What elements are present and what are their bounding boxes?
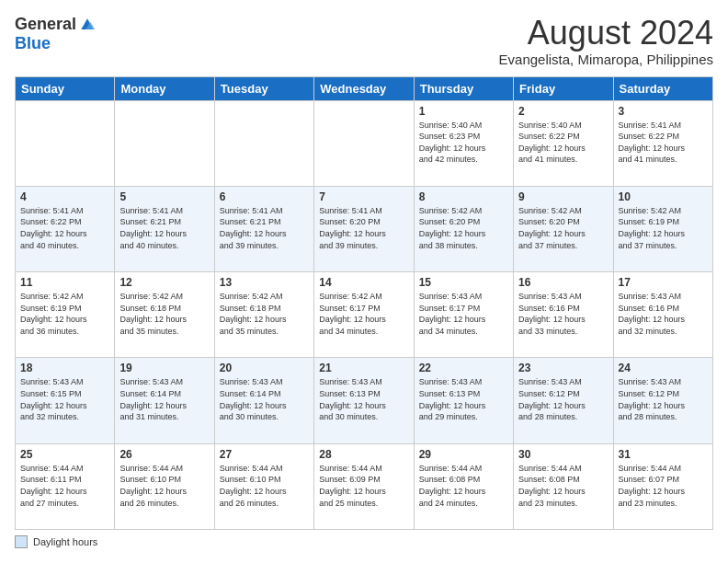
calendar-week-row: 25Sunrise: 5:44 AM Sunset: 6:11 PM Dayli… (16, 443, 713, 529)
header: General Blue August 2024 Evangelista, Mi… (15, 15, 713, 67)
day-number: 23 (518, 362, 608, 374)
calendar-day-cell: 18Sunrise: 5:43 AM Sunset: 6:15 PM Dayli… (16, 358, 115, 443)
day-info: Sunrise: 5:44 AM Sunset: 6:07 PM Dayligh… (619, 463, 708, 509)
calendar-day-cell: 16Sunrise: 5:43 AM Sunset: 6:16 PM Dayli… (514, 272, 613, 358)
day-number: 12 (119, 276, 209, 289)
day-number: 2 (518, 105, 608, 118)
day-info: Sunrise: 5:44 AM Sunset: 6:09 PM Dayligh… (319, 463, 408, 509)
day-number: 29 (419, 448, 508, 461)
calendar-week-row: 18Sunrise: 5:43 AM Sunset: 6:15 PM Dayli… (16, 358, 713, 443)
day-info: Sunrise: 5:43 AM Sunset: 6:12 PM Dayligh… (619, 376, 708, 422)
calendar-header-row: SundayMondayTuesdayWednesdayThursdayFrid… (16, 76, 713, 100)
day-number: 6 (220, 190, 309, 203)
day-info: Sunrise: 5:43 AM Sunset: 6:17 PM Dayligh… (419, 291, 508, 337)
day-info: Sunrise: 5:44 AM Sunset: 6:08 PM Dayligh… (419, 463, 508, 509)
day-info: Sunrise: 5:42 AM Sunset: 6:17 PM Dayligh… (319, 291, 408, 337)
footer: Daylight hours (15, 535, 713, 548)
calendar-week-row: 11Sunrise: 5:42 AM Sunset: 6:19 PM Dayli… (16, 272, 713, 358)
day-info: Sunrise: 5:42 AM Sunset: 6:19 PM Dayligh… (20, 291, 109, 337)
day-info: Sunrise: 5:42 AM Sunset: 6:18 PM Dayligh… (119, 291, 209, 337)
logo-text: General (15, 15, 97, 34)
calendar-week-row: 4Sunrise: 5:41 AM Sunset: 6:22 PM Daylig… (16, 186, 713, 271)
calendar-day-cell: 3Sunrise: 5:41 AM Sunset: 6:22 PM Daylig… (613, 100, 712, 186)
day-info: Sunrise: 5:43 AM Sunset: 6:15 PM Dayligh… (20, 376, 109, 422)
calendar-table: SundayMondayTuesdayWednesdayThursdayFrid… (15, 76, 713, 530)
day-number: 21 (319, 362, 408, 374)
day-number: 9 (518, 190, 608, 203)
day-number: 3 (619, 105, 708, 118)
calendar-day-cell: 30Sunrise: 5:44 AM Sunset: 6:08 PM Dayli… (514, 443, 613, 529)
page: General Blue August 2024 Evangelista, Mi… (0, 0, 728, 563)
day-info: Sunrise: 5:42 AM Sunset: 6:20 PM Dayligh… (518, 205, 608, 251)
day-number: 26 (119, 448, 209, 461)
day-number: 5 (119, 190, 209, 203)
daylight-legend-box (15, 535, 28, 548)
day-info: Sunrise: 5:42 AM Sunset: 6:19 PM Dayligh… (619, 205, 708, 251)
calendar-day-cell: 7Sunrise: 5:41 AM Sunset: 6:20 PM Daylig… (314, 186, 414, 271)
day-info: Sunrise: 5:42 AM Sunset: 6:18 PM Dayligh… (220, 291, 309, 337)
month-title: August 2024 (499, 15, 713, 52)
footer-label: Daylight hours (33, 536, 97, 547)
calendar-day-cell: 13Sunrise: 5:42 AM Sunset: 6:18 PM Dayli… (214, 272, 313, 358)
day-info: Sunrise: 5:41 AM Sunset: 6:20 PM Dayligh… (319, 205, 408, 251)
calendar-header-cell: Saturday (613, 76, 712, 100)
day-info: Sunrise: 5:41 AM Sunset: 6:22 PM Dayligh… (20, 205, 109, 251)
day-number: 31 (619, 448, 708, 461)
location-title: Evangelista, Mimaropa, Philippines (499, 52, 713, 67)
calendar-day-cell: 27Sunrise: 5:44 AM Sunset: 6:10 PM Dayli… (214, 443, 313, 529)
day-info: Sunrise: 5:44 AM Sunset: 6:10 PM Dayligh… (220, 463, 309, 509)
calendar-day-cell: 9Sunrise: 5:42 AM Sunset: 6:20 PM Daylig… (514, 186, 613, 271)
calendar-day-cell: 12Sunrise: 5:42 AM Sunset: 6:18 PM Dayli… (115, 272, 214, 358)
calendar-day-cell: 20Sunrise: 5:43 AM Sunset: 6:14 PM Dayli… (214, 358, 313, 443)
calendar-day-cell: 14Sunrise: 5:42 AM Sunset: 6:17 PM Dayli… (314, 272, 414, 358)
day-number: 16 (518, 276, 608, 289)
calendar-day-cell: 4Sunrise: 5:41 AM Sunset: 6:22 PM Daylig… (16, 186, 115, 271)
day-number: 30 (518, 448, 608, 461)
calendar-day-cell: 23Sunrise: 5:43 AM Sunset: 6:12 PM Dayli… (514, 358, 613, 443)
day-number: 15 (419, 276, 508, 289)
day-info: Sunrise: 5:41 AM Sunset: 6:21 PM Dayligh… (119, 205, 209, 251)
day-info: Sunrise: 5:43 AM Sunset: 6:14 PM Dayligh… (220, 376, 309, 422)
calendar-day-cell (214, 100, 313, 186)
logo: General Blue (15, 15, 97, 53)
calendar-day-cell: 11Sunrise: 5:42 AM Sunset: 6:19 PM Dayli… (16, 272, 115, 358)
day-number: 17 (619, 276, 708, 289)
calendar-day-cell: 26Sunrise: 5:44 AM Sunset: 6:10 PM Dayli… (115, 443, 214, 529)
day-info: Sunrise: 5:44 AM Sunset: 6:08 PM Dayligh… (518, 463, 608, 509)
day-info: Sunrise: 5:40 AM Sunset: 6:22 PM Dayligh… (518, 120, 608, 166)
calendar-header-cell: Thursday (414, 76, 513, 100)
calendar-day-cell: 17Sunrise: 5:43 AM Sunset: 6:16 PM Dayli… (613, 272, 712, 358)
calendar-header-cell: Sunday (16, 76, 115, 100)
day-number: 24 (619, 362, 708, 374)
calendar-body: 1Sunrise: 5:40 AM Sunset: 6:23 PM Daylig… (16, 100, 713, 529)
day-number: 22 (419, 362, 508, 374)
logo-icon (78, 16, 97, 34)
calendar-day-cell: 5Sunrise: 5:41 AM Sunset: 6:21 PM Daylig… (115, 186, 214, 271)
day-number: 25 (20, 448, 109, 461)
day-number: 11 (20, 276, 109, 289)
calendar-day-cell: 21Sunrise: 5:43 AM Sunset: 6:13 PM Dayli… (314, 358, 414, 443)
day-info: Sunrise: 5:43 AM Sunset: 6:12 PM Dayligh… (518, 376, 608, 422)
calendar-day-cell (314, 100, 414, 186)
day-info: Sunrise: 5:43 AM Sunset: 6:13 PM Dayligh… (419, 376, 508, 422)
day-number: 7 (319, 190, 408, 203)
day-number: 20 (220, 362, 309, 374)
calendar-day-cell: 22Sunrise: 5:43 AM Sunset: 6:13 PM Dayli… (414, 358, 513, 443)
calendar-day-cell (115, 100, 214, 186)
calendar-day-cell: 31Sunrise: 5:44 AM Sunset: 6:07 PM Dayli… (613, 443, 712, 529)
calendar-day-cell: 25Sunrise: 5:44 AM Sunset: 6:11 PM Dayli… (16, 443, 115, 529)
day-number: 1 (419, 105, 508, 118)
calendar-header-cell: Wednesday (314, 76, 414, 100)
logo-blue: Blue (15, 34, 51, 53)
day-info: Sunrise: 5:43 AM Sunset: 6:16 PM Dayligh… (518, 291, 608, 337)
calendar-day-cell: 10Sunrise: 5:42 AM Sunset: 6:19 PM Dayli… (613, 186, 712, 271)
calendar-day-cell (16, 100, 115, 186)
calendar-day-cell: 1Sunrise: 5:40 AM Sunset: 6:23 PM Daylig… (414, 100, 513, 186)
day-number: 14 (319, 276, 408, 289)
day-number: 13 (220, 276, 309, 289)
calendar-day-cell: 6Sunrise: 5:41 AM Sunset: 6:21 PM Daylig… (214, 186, 313, 271)
calendar-day-cell: 29Sunrise: 5:44 AM Sunset: 6:08 PM Dayli… (414, 443, 513, 529)
day-number: 4 (20, 190, 109, 203)
calendar-day-cell: 19Sunrise: 5:43 AM Sunset: 6:14 PM Dayli… (115, 358, 214, 443)
day-info: Sunrise: 5:43 AM Sunset: 6:14 PM Dayligh… (119, 376, 209, 422)
